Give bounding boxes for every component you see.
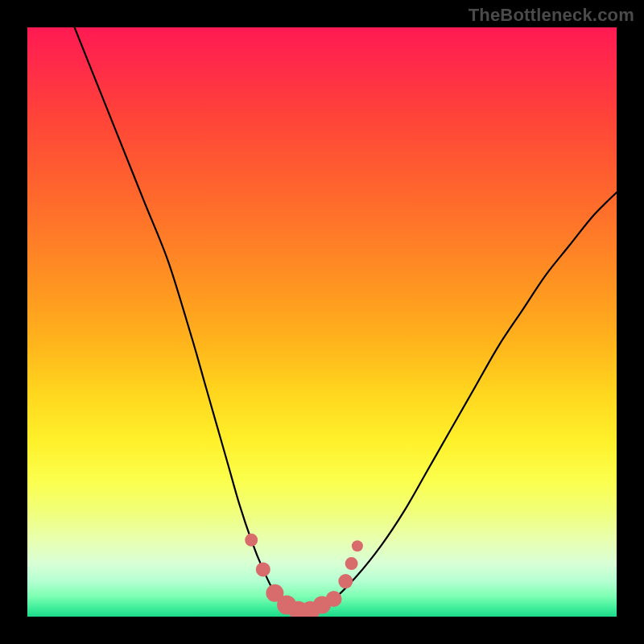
highlight-dot (256, 562, 270, 576)
watermark-text: TheBottleneck.com (469, 5, 634, 26)
highlight-dot (245, 534, 258, 547)
bottleneck-curve (75, 27, 617, 612)
chart-frame: TheBottleneck.com (0, 0, 644, 644)
highlight-dot (345, 557, 358, 570)
highlight-dots (245, 534, 363, 617)
highlight-dot (338, 574, 353, 588)
highlight-dot (352, 540, 363, 551)
plot-area (27, 27, 617, 617)
curve-layer (27, 27, 617, 617)
highlight-dot (326, 591, 342, 607)
